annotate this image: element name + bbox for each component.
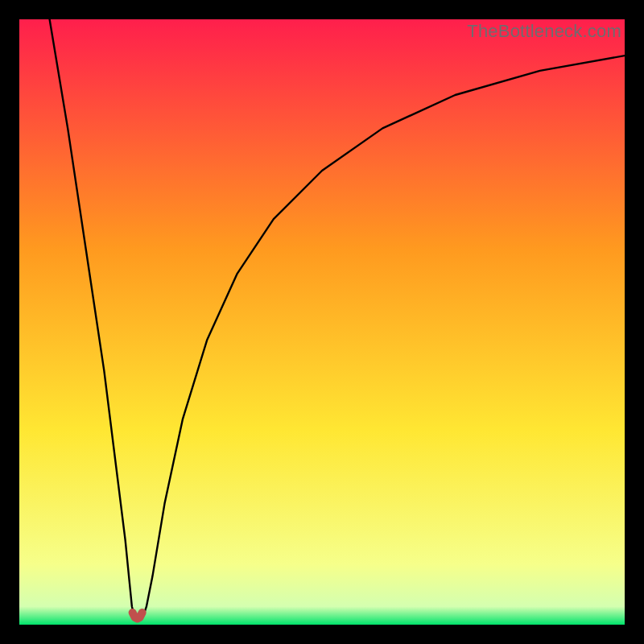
chart-frame: TheBottleneck.com	[19, 19, 625, 625]
chart-background	[19, 19, 625, 625]
chart-canvas	[19, 19, 625, 625]
dip-marker	[133, 613, 142, 619]
